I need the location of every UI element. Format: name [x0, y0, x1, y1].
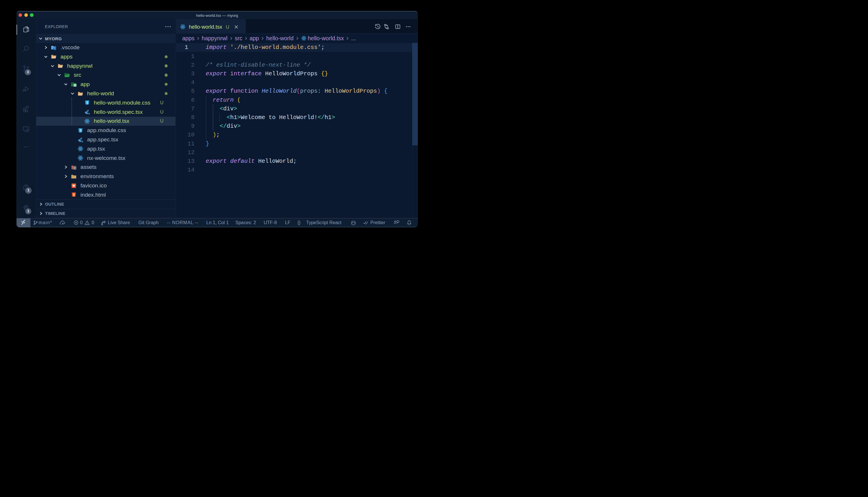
- svg-text:TS: TS: [80, 140, 83, 143]
- svg-text:5: 5: [73, 193, 75, 196]
- svg-text:3: 3: [80, 129, 81, 132]
- svg-text:TS: TS: [87, 112, 90, 115]
- svg-text:3: 3: [86, 101, 88, 104]
- svg-text:</>: </>: [65, 74, 69, 77]
